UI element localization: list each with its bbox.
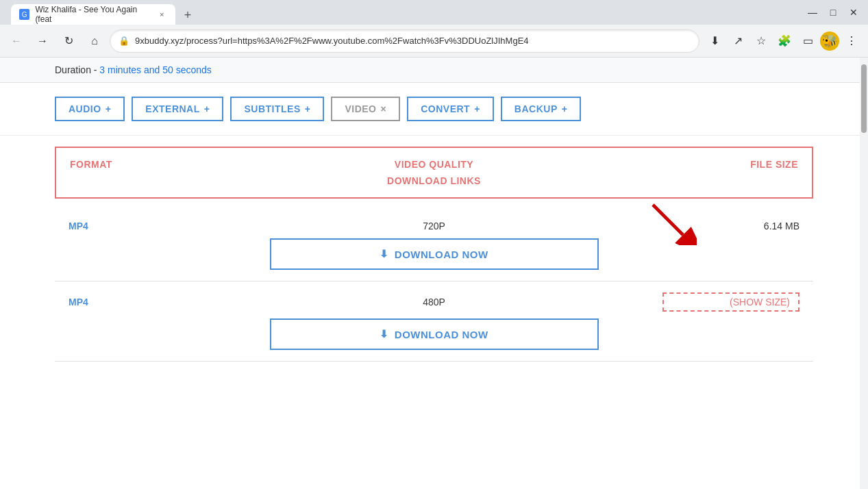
format-column-header: FORMAT <box>70 159 207 170</box>
download-now-label: DOWNLOAD NOW <box>395 249 488 260</box>
scrollbar[interactable] <box>860 58 868 489</box>
refresh-button[interactable]: ↻ <box>58 30 79 52</box>
address-text: 9xbuddy.xyz/process?url=https%3A%2F%2Fww… <box>135 36 691 46</box>
entry-quality: 720P <box>206 221 662 231</box>
download-now-label-2: DOWNLOAD NOW <box>395 329 488 340</box>
scrollbar-thumb[interactable] <box>861 64 867 133</box>
back-button[interactable]: ← <box>5 30 27 52</box>
subtitles-tab-label: SUBTITLES <box>244 103 300 114</box>
profile-button[interactable]: 🐝 <box>820 32 839 51</box>
entry-top-row: MP4 720P 6.14 MB <box>69 221 799 231</box>
close-button[interactable]: ✕ <box>845 3 863 21</box>
audio-tab-icon: + <box>106 103 112 114</box>
duration-bar: Duration - 3 minutes and 50 seconds <box>0 58 868 83</box>
download-now-button[interactable]: ⬇ DOWNLOAD NOW <box>270 238 599 270</box>
external-tab[interactable]: EXTERNAL + <box>132 97 223 121</box>
tab-title: Wiz Khalifa - See You Again (feat <box>35 5 151 24</box>
table-header-row: FORMAT VIDEO QUALITY FILE SIZE <box>70 159 798 170</box>
download-links-header: DOWNLOAD LINKS <box>70 175 798 186</box>
entry-quality: 480P <box>206 297 662 308</box>
maximize-button[interactable]: □ <box>824 3 842 21</box>
entry-top-row: MP4 480P (SHOW SIZE) <box>69 292 799 312</box>
toolbar-right: ⬇ ↗ ☆ 🧩 ▭ 🐝 ⋮ <box>704 30 863 52</box>
forward-button[interactable]: → <box>32 30 53 52</box>
tab-favicon: G <box>19 9 29 20</box>
convert-tab-label: CONVERT <box>421 103 470 114</box>
video-tab-icon: × <box>381 103 387 114</box>
entry-size: 6.14 MB <box>662 221 799 231</box>
menu-button[interactable]: ⋮ <box>841 30 863 52</box>
entry-format: MP4 <box>69 297 206 308</box>
tab-buttons-group: AUDIO + EXTERNAL + SUBTITLES + VIDEO × C… <box>55 97 813 121</box>
size-column-header: FILE SIZE <box>661 159 798 170</box>
table-row: MP4 480P (SHOW SIZE) ⬇ DOWNLOAD NOW <box>55 281 813 362</box>
new-tab-button[interactable]: + <box>178 5 197 25</box>
show-size-button[interactable]: (SHOW SIZE) <box>662 292 799 312</box>
download-btn-container-2: ⬇ DOWNLOAD NOW <box>69 318 799 350</box>
convert-tab-icon: + <box>474 103 480 114</box>
audio-tab-label: AUDIO <box>69 103 101 114</box>
backup-tab-icon: + <box>562 103 568 114</box>
download-btn-container: ⬇ DOWNLOAD NOW <box>69 238 799 270</box>
backup-tab[interactable]: BACKUP + <box>501 97 582 121</box>
tab-buttons-section: AUDIO + EXTERNAL + SUBTITLES + VIDEO × C… <box>0 83 868 136</box>
lock-icon: 🔒 <box>119 36 129 46</box>
backup-tab-label: BACKUP <box>514 103 558 114</box>
table-header: FORMAT VIDEO QUALITY FILE SIZE DOWNLOAD … <box>55 147 813 199</box>
download-toolbar-button[interactable]: ⬇ <box>704 30 726 52</box>
sidebar-button[interactable]: ▭ <box>797 30 819 52</box>
tab-bar: G Wiz Khalifa - See You Again (feat × + <box>5 0 801 25</box>
extensions-button[interactable]: 🧩 <box>773 30 795 52</box>
table-row: MP4 720P 6.14 MB ⬇ DOWNLOAD NOW <box>55 210 813 281</box>
external-tab-icon: + <box>204 103 210 114</box>
home-button[interactable]: ⌂ <box>84 30 106 52</box>
download-arrow-icon: ⬇ <box>380 248 389 260</box>
share-button[interactable]: ↗ <box>727 30 749 52</box>
entry-format: MP4 <box>69 221 206 231</box>
download-now-button-2[interactable]: ⬇ DOWNLOAD NOW <box>270 318 599 350</box>
address-bar[interactable]: 🔒 9xbuddy.xyz/process?url=https%3A%2F%2F… <box>110 29 699 53</box>
audio-tab[interactable]: AUDIO + <box>55 97 125 121</box>
toolbar: ← → ↻ ⌂ 🔒 9xbuddy.xyz/process?url=https%… <box>0 25 868 58</box>
duration-label: Duration - <box>55 64 99 75</box>
tab-close-btn[interactable]: × <box>157 9 167 20</box>
title-bar: G Wiz Khalifa - See You Again (feat × + … <box>0 0 868 25</box>
page-content: Duration - 3 minutes and 50 seconds AUDI… <box>0 58 868 489</box>
minimize-button[interactable]: ― <box>804 3 821 21</box>
convert-tab[interactable]: CONVERT + <box>407 97 494 121</box>
external-tab-label: EXTERNAL <box>145 103 199 114</box>
active-tab[interactable]: G Wiz Khalifa - See You Again (feat × <box>11 4 175 25</box>
browser-frame: G Wiz Khalifa - See You Again (feat × + … <box>0 0 868 58</box>
quality-column-header: VIDEO QUALITY <box>207 159 661 170</box>
video-tab[interactable]: VIDEO × <box>331 97 400 121</box>
video-tab-label: VIDEO <box>345 103 376 114</box>
window-controls: ― □ ✕ <box>804 3 863 21</box>
subtitles-tab-icon: + <box>305 103 311 114</box>
download-entries: MP4 720P 6.14 MB ⬇ DOWNLOAD NOW <box>55 210 813 362</box>
bookmark-button[interactable]: ☆ <box>750 30 772 52</box>
download-arrow-icon-2: ⬇ <box>380 328 389 340</box>
subtitles-tab[interactable]: SUBTITLES + <box>230 97 324 121</box>
duration-value[interactable]: 3 minutes and 50 seconds <box>99 64 211 75</box>
